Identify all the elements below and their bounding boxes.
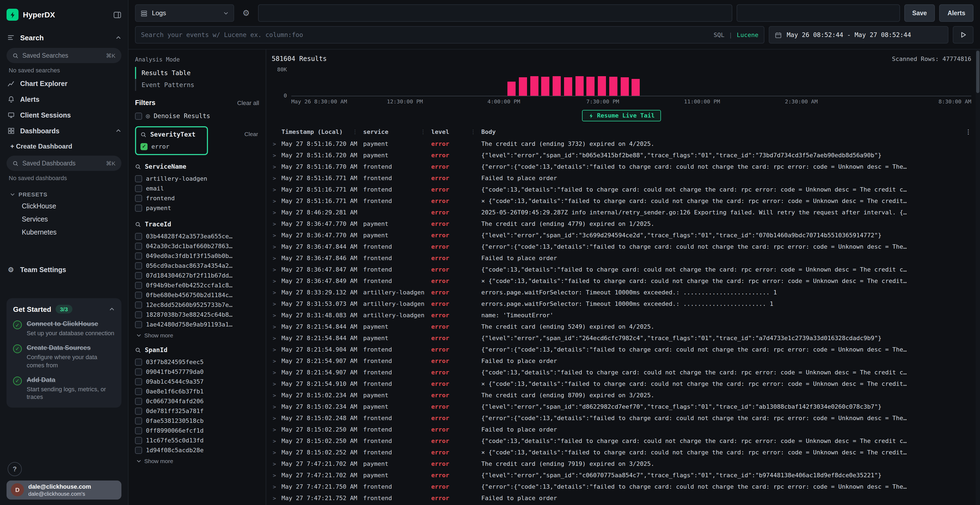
sidebar-item-search[interactable]: Search <box>6 29 121 46</box>
row-expand-icon[interactable]: > <box>272 449 282 456</box>
facet-option[interactable]: 1d94f08c5acdb28e <box>135 445 259 455</box>
checkbox[interactable] <box>135 252 142 259</box>
clear-all-filters-button[interactable]: Clear all <box>237 100 259 106</box>
facet-option[interactable]: frontend <box>135 193 259 203</box>
log-row[interactable]: >May 27 8:51:16.771 AMfrontenderror× {"c… <box>272 195 971 207</box>
log-row[interactable]: >May 27 8:15:02.234 AMpaymenterror{"leve… <box>272 401 971 413</box>
help-button[interactable]: ? <box>8 462 22 476</box>
log-row[interactable]: >May 27 8:31:53.073 AMartillery-loadgene… <box>272 298 971 310</box>
source-select[interactable]: Logs <box>135 4 234 22</box>
row-expand-icon[interactable]: > <box>272 221 282 227</box>
row-expand-icon[interactable]: > <box>272 358 282 364</box>
resume-live-tail-button[interactable]: Resume Live Tail <box>582 110 661 121</box>
save-button[interactable]: Save <box>904 4 935 22</box>
column-header-service[interactable]: service <box>363 128 431 135</box>
histogram-bar[interactable] <box>575 76 583 96</box>
sidebar-item-dashboards[interactable]: Dashboards <box>6 123 121 139</box>
checkbox[interactable] <box>135 311 142 318</box>
row-expand-icon[interactable]: > <box>272 335 282 341</box>
column-header-level[interactable]: level <box>431 128 481 135</box>
histogram-bar[interactable] <box>553 76 561 96</box>
checkbox[interactable] <box>135 358 142 365</box>
log-row[interactable]: >May 27 8:21:54.844 AMpaymenterrorThe cr… <box>272 321 971 332</box>
row-expand-icon[interactable]: > <box>272 347 282 353</box>
histogram-bar[interactable] <box>620 77 628 96</box>
sidebar-item-client-sessions[interactable]: Client Sessions <box>6 107 121 123</box>
row-expand-icon[interactable]: > <box>272 175 282 181</box>
checkbox[interactable] <box>135 388 142 395</box>
facet-option[interactable]: 0ae8e1f6c6b37fb1 <box>135 386 259 396</box>
row-expand-icon[interactable]: > <box>272 244 282 250</box>
log-row[interactable]: >May 27 8:51:16.770 AMfrontenderror{"err… <box>272 161 971 173</box>
row-expand-icon[interactable]: > <box>272 289 282 295</box>
checkbox[interactable] <box>135 282 142 289</box>
chevron-up-icon[interactable] <box>115 128 121 134</box>
log-row[interactable]: >May 27 8:36:47.770 AMpaymenterrorThe cr… <box>272 218 971 230</box>
chevron-up-icon[interactable] <box>109 306 115 312</box>
saved-searches-input[interactable]: Saved Searches ⌘K <box>6 48 121 63</box>
search-icon[interactable] <box>135 164 141 170</box>
log-row[interactable]: >May 27 8:36:47.844 AMfrontenderror{"err… <box>272 241 971 252</box>
histogram-bar[interactable] <box>508 82 515 96</box>
order-by-input[interactable] <box>737 4 900 22</box>
create-dashboard-button[interactable]: + Create Dashboard <box>6 139 121 154</box>
facet-option[interactable]: 09ab1c4544c9a357 <box>135 376 259 386</box>
facet-option[interactable]: 03f7b824595feec5 <box>135 357 259 367</box>
row-expand-icon[interactable]: > <box>272 495 282 501</box>
chevron-up-icon[interactable] <box>115 35 121 41</box>
row-expand-icon[interactable]: > <box>272 267 282 273</box>
log-row[interactable]: >May 27 8:21:54.910 AMfrontenderror× {"c… <box>272 378 971 390</box>
row-expand-icon[interactable]: > <box>272 278 282 284</box>
log-row[interactable]: >May 27 8:15:02.234 AMpaymenterrorThe cr… <box>272 390 971 401</box>
scrollbar-thumb[interactable] <box>976 51 980 93</box>
histogram-bar[interactable] <box>587 77 595 96</box>
row-expand-icon[interactable]: > <box>272 484 282 490</box>
denoise-results-option[interactable]: ◎ Denoise Results <box>135 112 259 120</box>
sidebar-item-alerts[interactable]: Alerts <box>6 91 121 107</box>
search-icon[interactable] <box>135 347 141 353</box>
checkbox[interactable] <box>135 368 142 375</box>
checkbox[interactable] <box>140 143 148 150</box>
facet-option[interactable]: artillery-loadgen <box>135 173 259 183</box>
row-expand-icon[interactable]: > <box>272 301 282 307</box>
search-input[interactable] <box>141 31 708 39</box>
log-row[interactable]: >May 27 8:21:54.907 AMfrontenderrorFaile… <box>272 355 971 367</box>
row-expand-icon[interactable]: > <box>272 164 282 170</box>
row-expand-icon[interactable]: > <box>272 324 282 330</box>
log-row[interactable]: >May 27 8:15:02.250 AMfrontenderrorFaile… <box>272 424 971 435</box>
checkbox[interactable] <box>135 446 142 454</box>
facet-clear-button[interactable]: Clear <box>245 130 258 137</box>
log-row[interactable]: >May 27 8:36:47.770 AMpaymenterror{"leve… <box>272 230 971 241</box>
row-expand-icon[interactable]: > <box>272 461 282 467</box>
facet-option[interactable]: payment <box>135 203 259 213</box>
histogram-bar[interactable] <box>541 77 550 96</box>
facet-option[interactable]: 1ae42480d758e9ab91193a1… <box>135 319 259 329</box>
date-range-picker[interactable]: May 26 08:52:44 - May 27 08:52:44 <box>769 26 948 43</box>
log-row[interactable]: >May 27 8:33:29.132 AMartillery-loadgene… <box>272 287 971 298</box>
row-expand-icon[interactable]: > <box>272 255 282 261</box>
lucene-language-option[interactable]: Lucene <box>737 31 759 38</box>
checkbox[interactable] <box>135 262 142 269</box>
facet-option[interactable]: 056cd9acbaac8637a4354a2… <box>135 260 259 270</box>
checkbox[interactable] <box>135 407 142 414</box>
facet-option[interactable]: 049ed0ac3fdb1f3f15a0b0b… <box>135 251 259 260</box>
checkbox[interactable] <box>135 321 142 328</box>
checkbox[interactable] <box>135 397 142 405</box>
user-menu[interactable]: D dale@clickhouse.com dale@clickhouse.co… <box>6 481 121 500</box>
log-row[interactable]: >May 27 7:47:21.702 AMpaymenterrorThe cr… <box>272 458 971 470</box>
histogram-bar[interactable] <box>564 77 572 96</box>
log-row[interactable]: >May 27 8:15:02.248 AMfrontenderror{"err… <box>272 413 971 424</box>
histogram-bar[interactable] <box>598 76 606 96</box>
mode-event-patterns[interactable]: Event Patterns <box>135 79 259 91</box>
checkbox[interactable] <box>135 301 142 308</box>
sql-language-option[interactable]: SQL <box>714 31 725 38</box>
table-settings-icon[interactable]: ⋮ <box>964 128 971 135</box>
log-row[interactable]: >May 27 8:15:02.250 AMfrontenderror{"cod… <box>272 435 971 447</box>
get-started-step[interactable]: ✓ Add Data Start sending logs, metrics, … <box>13 376 115 401</box>
log-row[interactable]: >May 27 8:51:16.771 AMfrontenderrorFaile… <box>272 173 971 184</box>
checkbox[interactable] <box>135 243 142 249</box>
get-started-step[interactable]: ✓ Create Data Sources Configure where yo… <box>13 344 115 369</box>
log-row[interactable]: >May 27 8:36:47.847 AMfrontenderror{"cod… <box>272 264 971 275</box>
collapse-sidebar-icon[interactable] <box>113 11 121 19</box>
sidebar-item-clickhouse[interactable]: ClickHouse <box>6 200 121 213</box>
